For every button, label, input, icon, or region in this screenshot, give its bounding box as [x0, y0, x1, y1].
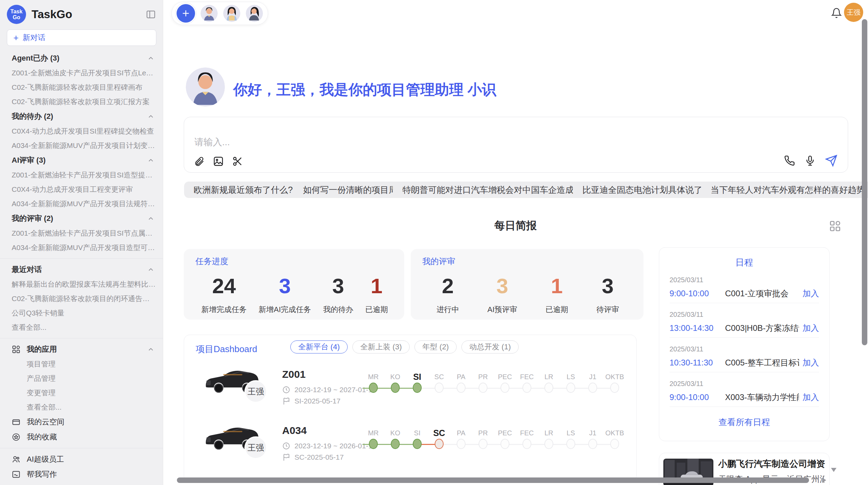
vertical-scrollbar[interactable] — [862, 19, 867, 345]
join-link[interactable]: 加入 — [799, 323, 819, 334]
attachment-icon[interactable] — [194, 156, 205, 167]
milestone-label-current: SC — [433, 428, 445, 438]
flag-text: SI-2025-05-17 — [294, 397, 340, 405]
milestone-dot — [391, 383, 400, 393]
app-item-project[interactable]: 项目管理 — [0, 357, 163, 371]
milestone-label: LS — [567, 372, 575, 382]
my-reviews-card: 我的评审 2 进行中 3 AI预评审 1 已逾期 3 待评审 — [411, 249, 643, 320]
filter-new-platform[interactable]: 全新平台 (4) — [290, 340, 348, 353]
stat-new-done: 24 新增完成任务 — [202, 275, 247, 315]
view-all-apps[interactable]: 查看全部... — [0, 400, 163, 414]
list-item[interactable]: Z001-全新燃油皮卡产品开发项目SI节点Lesson Learn报告 — [0, 66, 163, 80]
send-icon[interactable] — [825, 154, 837, 167]
avatar[interactable] — [201, 5, 218, 22]
image-icon[interactable] — [213, 156, 224, 167]
list-item[interactable]: C0X4-动力总成开发项目工程变更评审 — [0, 182, 163, 197]
stat-value: 1 — [365, 275, 388, 297]
stat-value: 3 — [487, 275, 517, 297]
section-my-review[interactable]: 我的评审 (2) — [0, 211, 163, 226]
chevron-up-icon[interactable] — [147, 157, 155, 164]
section-agent-done[interactable]: Agent已办 (3) — [0, 51, 163, 66]
list-item[interactable]: C0X4-动力总成开发项目SI里程碑提交物检查 — [0, 124, 163, 138]
sidebar-item-writing[interactable]: 帮我写作 — [0, 467, 163, 482]
chevron-up-icon[interactable] — [147, 266, 155, 273]
user-avatar[interactable]: 王强 — [844, 3, 863, 22]
project-dashboard-card: 项目Dashboard 全新平台 (4) 全新上装 (3) 年型 (2) 动总开… — [184, 335, 637, 482]
scroll-down-arrow-icon[interactable] — [831, 468, 836, 472]
flag-text: SC-2025-05-17 — [294, 453, 344, 461]
sidebar-item-ai-staff[interactable]: AI超级员工 — [0, 452, 163, 467]
section-ai-review[interactable]: AI评审 (3) — [0, 153, 163, 168]
milestone-label: FEC — [520, 372, 534, 382]
sidebar-item-label: 帮我写作 — [27, 469, 57, 480]
chevron-up-icon[interactable] — [147, 346, 155, 353]
sidebar-item-drawing[interactable]: 创意制图 — [0, 482, 163, 485]
suggestion-chip[interactable]: 欧洲新规最近颁布了什么? — [184, 182, 302, 198]
milestone-dot — [369, 439, 378, 449]
filter-powertrain[interactable]: 动总开发 (1) — [461, 340, 519, 353]
list-item[interactable]: A034-全新新能源MUV产品开发项目造型可行性评审 — [0, 240, 163, 255]
stat-value: 1 — [545, 275, 568, 297]
chevron-up-icon[interactable] — [147, 215, 155, 222]
list-item[interactable]: Z001-全新燃油轻卡产品开发项目SI造型提交物评审 — [0, 168, 163, 182]
milestone-label: PEC — [498, 428, 512, 438]
milestone-dot — [435, 383, 444, 393]
milestone-label: LR — [544, 428, 553, 438]
sidebar-collapse-icon[interactable] — [146, 9, 156, 20]
scissors-icon[interactable] — [232, 156, 243, 167]
user-name: 王强 — [847, 8, 860, 17]
section-my-todo[interactable]: 我的待办 (2) — [0, 109, 163, 124]
stat-label: AI预评审 — [487, 304, 517, 315]
logo-line1: Task — [10, 9, 22, 14]
sidebar-item-label: 我的收藏 — [27, 432, 57, 442]
list-item[interactable]: 公司Q3轻卡销量 — [0, 306, 163, 320]
join-link[interactable]: 加入 — [799, 357, 819, 368]
chat-input[interactable] — [194, 134, 709, 151]
composer-left-icons — [194, 156, 243, 167]
horizontal-scrollbar[interactable] — [177, 477, 809, 483]
list-item[interactable]: C02-飞腾新能源轻客改款项目里程碑画布 — [0, 80, 163, 95]
milestone-dot — [610, 383, 619, 393]
layout-grid-icon[interactable] — [829, 220, 841, 232]
clock-icon — [282, 442, 290, 450]
sidebar-item-cloud-space[interactable]: 我的云空间 — [0, 414, 163, 430]
view-all-schedule-link[interactable]: 查看所有日程 — [670, 416, 819, 428]
list-item[interactable]: 解释最新出台的欧盟报废车法规再生塑料比例被调至15%... — [0, 277, 163, 291]
view-all-recent[interactable]: 查看全部... — [0, 320, 163, 335]
new-chat-button[interactable]: + 新对话 — [7, 29, 156, 46]
mic-icon[interactable] — [805, 155, 816, 166]
sidebar-item-favorites[interactable]: 我的收藏 — [0, 430, 163, 445]
filter-new-body[interactable]: 全新上装 (3) — [352, 340, 410, 353]
chevron-up-icon[interactable] — [147, 54, 155, 62]
section-title: 我的评审 (2) — [12, 213, 53, 224]
suggestion-chip[interactable]: 当下年轻人对汽车外观有怎样的喜好趋势 — [701, 182, 868, 198]
phone-icon[interactable] — [784, 155, 795, 166]
list-item[interactable]: A034-全新新能源MUV产品开发项目法规符合性评审 — [0, 197, 163, 211]
chevron-up-icon[interactable] — [147, 113, 155, 120]
list-item[interactable]: C02-飞腾新能源轻客改款项目立项汇报方案 — [0, 95, 163, 109]
avatar[interactable] — [246, 5, 263, 22]
list-item[interactable]: Z001-全新燃油轻卡产品开发项目SI节点属性5D文件评审 — [0, 226, 163, 240]
join-link[interactable]: 加入 — [799, 288, 819, 299]
owner-badge: 王强 — [244, 380, 267, 403]
app-item-product[interactable]: 产品管理 — [0, 371, 163, 386]
section-recent-chats[interactable]: 最近对话 — [0, 262, 163, 277]
app-root: Task Go TaskGo + 新对话 Agent已办 (3) Z001-全新… — [0, 0, 868, 485]
milestone-dot — [413, 439, 422, 449]
milestone-label: OKTB — [605, 372, 624, 382]
schedule-time: 9:00-10:00 — [670, 393, 721, 402]
section-my-apps[interactable]: 我的应用 — [0, 342, 163, 357]
milestone-label-current: SI — [413, 372, 421, 382]
scroll-right-arrow-icon[interactable] — [822, 477, 826, 483]
project-code[interactable]: Z001 — [282, 369, 305, 380]
app-item-change[interactable]: 变更管理 — [0, 386, 163, 400]
list-item[interactable]: A034-全新新能源MUV产品开发项目计划变更表编写 — [0, 138, 163, 153]
join-link[interactable]: 加入 — [799, 392, 819, 403]
add-button[interactable] — [177, 4, 195, 23]
list-item[interactable]: C02-飞腾新能源轻客改款项目的闭环通告反馈情况 — [0, 291, 163, 306]
milestone-label: PR — [478, 372, 488, 382]
filter-year-model[interactable]: 年型 (2) — [414, 340, 457, 353]
project-code[interactable]: A034 — [282, 425, 307, 436]
bell-icon[interactable] — [831, 8, 842, 18]
avatar[interactable] — [223, 5, 240, 22]
